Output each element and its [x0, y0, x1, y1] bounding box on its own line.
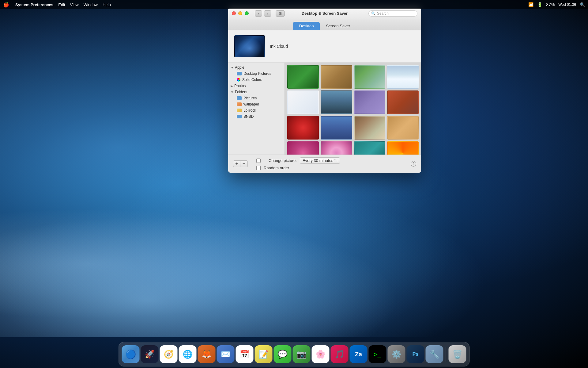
dock-icon-photos[interactable]: 🌸: [312, 345, 330, 363]
sidebar-photos-label: Photos: [234, 84, 246, 88]
spotlight-icon[interactable]: 🔍: [580, 2, 585, 7]
dock-icon-firefox[interactable]: 🦊: [198, 345, 216, 363]
menubar-help[interactable]: Help: [103, 2, 111, 7]
back-button[interactable]: ‹: [255, 10, 262, 17]
preview-name: Ink Cloud: [270, 44, 288, 49]
menubar-edit[interactable]: Edit: [58, 2, 65, 7]
sidebar-item-solid-colors[interactable]: Solid Colors: [228, 77, 285, 83]
thumb-elephant[interactable]: [354, 116, 386, 140]
window-maximize-button[interactable]: [245, 11, 249, 15]
forward-button[interactable]: ›: [264, 10, 271, 17]
folder-snsd-icon: [237, 115, 242, 118]
sidebar-item-wallpaper[interactable]: wallpaper: [228, 101, 285, 107]
sidebar-item-pictures[interactable]: Pictures: [228, 95, 285, 101]
help-button[interactable]: ?: [411, 161, 416, 167]
menubar: 🍎 System Preferences Edit View Window He…: [0, 0, 588, 9]
bottom-bar: + − Change picture: Every 30 minutes Ran…: [228, 155, 421, 173]
window-minimize-button[interactable]: [238, 11, 242, 15]
dock-icon-finder[interactable]: 🔵: [122, 345, 140, 363]
preview-image: [234, 35, 265, 57]
dock-icon-chrome[interactable]: 🌐: [179, 345, 197, 363]
tab-bar: Desktop Screen Saver: [228, 19, 421, 30]
thumbnails-grid: [287, 65, 419, 155]
thumb-redrock[interactable]: [387, 90, 419, 114]
dock-icon-messages[interactable]: 💬: [274, 345, 292, 363]
dock-icon-trash[interactable]: 🗑️: [449, 345, 466, 363]
thumb-lake[interactable]: [321, 116, 352, 140]
thumb-lion[interactable]: [387, 116, 419, 140]
tab-desktop[interactable]: Desktop: [293, 22, 320, 30]
thumb-purple[interactable]: [354, 90, 386, 114]
search-icon: 🔍: [371, 11, 376, 16]
menubar-view[interactable]: View: [70, 2, 79, 7]
dock-icon-terminal[interactable]: >_: [369, 345, 386, 363]
remove-button[interactable]: −: [240, 160, 248, 167]
dock-icon-photoshop[interactable]: Ps: [407, 345, 424, 363]
dock-icon-calendar[interactable]: 📅: [236, 345, 254, 363]
dock-icon-facetime[interactable]: 📷: [293, 345, 311, 363]
interval-select-wrapper[interactable]: Every 30 minutes: [300, 157, 340, 164]
sidebar-item-snsd[interactable]: SNSD: [228, 113, 285, 120]
folder-pictures-icon: [237, 96, 242, 100]
menubar-window[interactable]: Window: [84, 2, 98, 7]
folders-arrow-icon: ▼: [231, 90, 234, 94]
random-order-row: Random order: [256, 166, 340, 170]
window-nav: ‹ › ⊞: [255, 10, 285, 17]
sidebar-section-apple[interactable]: ▼ Apple: [228, 64, 285, 71]
sidebar: ▼ Apple Desktop Pictures Solid Colors ▶ …: [228, 63, 285, 155]
preview-area: Ink Cloud: [228, 30, 421, 63]
dock-separator: [446, 347, 446, 362]
change-picture-checkbox[interactable]: [256, 159, 261, 163]
sidebar-item-lolirock[interactable]: Lolirock: [228, 107, 285, 113]
add-remove-group: + −: [233, 160, 248, 167]
folder-lolirock-icon: [237, 109, 242, 112]
dock-icon-zalo[interactable]: Za: [350, 345, 368, 363]
battery-icon: 🔋: [537, 2, 542, 7]
photos-arrow-icon: ▶: [231, 84, 233, 88]
sidebar-solid-colors-label: Solid Colors: [242, 78, 262, 82]
sidebar-pictures-label: Pictures: [243, 96, 257, 100]
dock-icon-notes[interactable]: 📝: [255, 345, 273, 363]
thumb-white[interactable]: [287, 90, 319, 114]
window-controls: [232, 11, 249, 15]
menubar-system-prefs[interactable]: System Preferences: [15, 2, 53, 7]
thumb-trees[interactable]: [321, 90, 352, 114]
sidebar-section-folders[interactable]: ▼ Folders: [228, 89, 285, 95]
sidebar-section-photos[interactable]: ▶ Photos: [228, 83, 285, 89]
main-panel: ▼ Apple Desktop Pictures Solid Colors ▶ …: [228, 63, 421, 155]
apple-menu-icon[interactable]: 🍎: [3, 2, 9, 8]
search-field[interactable]: 🔍 Search: [368, 10, 417, 17]
dock-icon-sysprefs[interactable]: ⚙️: [388, 345, 405, 363]
interval-select[interactable]: Every 30 minutes: [300, 157, 340, 164]
color-circle-icon: [237, 78, 240, 82]
sidebar-lolirock-label: Lolirock: [243, 108, 256, 113]
sidebar-folders-label: Folders: [235, 90, 247, 94]
thumb-pink-blur[interactable]: [287, 141, 319, 155]
dock-icon-tool[interactable]: 🔧: [426, 345, 443, 363]
thumb-hills[interactable]: [354, 65, 386, 89]
window-titlebar: ‹ › ⊞ Desktop & Screen Saver 🔍 Search: [228, 8, 421, 19]
grid-button[interactable]: ⊞: [276, 10, 285, 17]
thumbnails-area[interactable]: [285, 63, 421, 155]
thumb-teal-fish[interactable]: [354, 141, 386, 155]
change-picture-label: Change picture:: [269, 158, 297, 163]
menubar-right: 📶 🔋 87% Wed 01:36 🔍: [528, 2, 585, 7]
thumb-orange-swirl[interactable]: [387, 141, 419, 155]
sidebar-item-desktop-pictures[interactable]: Desktop Pictures: [228, 71, 285, 77]
dock-icon-launchpad[interactable]: 🚀: [141, 345, 159, 363]
dock-icon-safari[interactable]: 🧭: [160, 345, 178, 363]
sidebar-wallpaper-label: wallpaper: [243, 102, 259, 106]
dock-icon-mail[interactable]: ✉️: [217, 345, 235, 363]
thumb-snow[interactable]: [387, 65, 419, 89]
thumb-grass[interactable]: [287, 65, 319, 89]
add-button[interactable]: +: [233, 160, 240, 167]
window-close-button[interactable]: [232, 11, 236, 15]
tab-screensaver[interactable]: Screen Saver: [320, 22, 356, 30]
battery-percent: 87%: [546, 2, 555, 7]
thumb-red-flower[interactable]: [287, 116, 319, 140]
thumb-pink-flower[interactable]: [321, 141, 352, 155]
thumb-desert[interactable]: [321, 65, 352, 89]
random-order-checkbox[interactable]: [256, 166, 261, 170]
dock-icon-music[interactable]: 🎵: [331, 345, 349, 363]
apple-arrow-icon: ▼: [231, 66, 234, 69]
